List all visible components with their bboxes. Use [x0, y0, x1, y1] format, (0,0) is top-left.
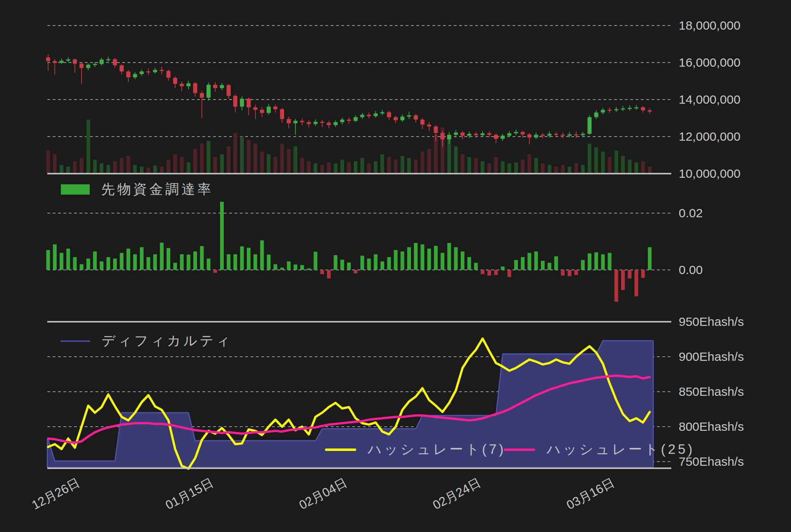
legend-difficulty[interactable]: ディフィカルティ [60, 332, 232, 350]
hashrate-tick-label: 850Ehash/s [679, 385, 744, 398]
legend-hashrate25-label: ハッシュレート(25) [547, 440, 695, 459]
price-tick-label: 10,000,000 [679, 167, 740, 180]
volume-series [46, 120, 652, 173]
hashrate-tick-label: 950Ehash/s [679, 315, 744, 328]
funding-swatch-icon [61, 184, 90, 195]
funding-series [46, 202, 652, 302]
trading-chart-root: 18,000,00016,000,00014,000,00012,000,000… [0, 0, 791, 532]
hashrate-tick-label: 900Ehash/s [679, 350, 744, 363]
funding-tick-label: 0.02 [679, 206, 703, 220]
legend-funding[interactable]: 先物資金調達率 [61, 180, 213, 199]
price-tick-label: 16,000,000 [679, 56, 740, 69]
price-tick-label: 18,000,000 [679, 19, 740, 32]
funding-tick-label: 0.00 [679, 263, 703, 276]
difficulty-swatch-icon [60, 340, 90, 342]
y-axis-labels: 18,000,00016,000,00014,000,00012,000,000… [679, 19, 744, 468]
legend-difficulty-label: ディフィカルティ [102, 332, 232, 350]
price-tick-label: 12,000,000 [679, 130, 740, 143]
price-tick-label: 14,000,000 [679, 93, 740, 106]
legend-hashrate7[interactable]: ハッシュレート(7) [325, 440, 506, 459]
legend-hashrate7-label: ハッシュレート(7) [368, 440, 506, 459]
hashrate25-swatch-icon [504, 448, 535, 451]
hashrate-tick-label: 800Ehash/s [679, 420, 744, 433]
candlestick-series [46, 54, 652, 147]
legend-funding-label: 先物資金調達率 [101, 180, 213, 199]
hashrate7-swatch-icon [325, 448, 356, 451]
legend-hashrate25[interactable]: ハッシュレート(25) [504, 440, 695, 459]
